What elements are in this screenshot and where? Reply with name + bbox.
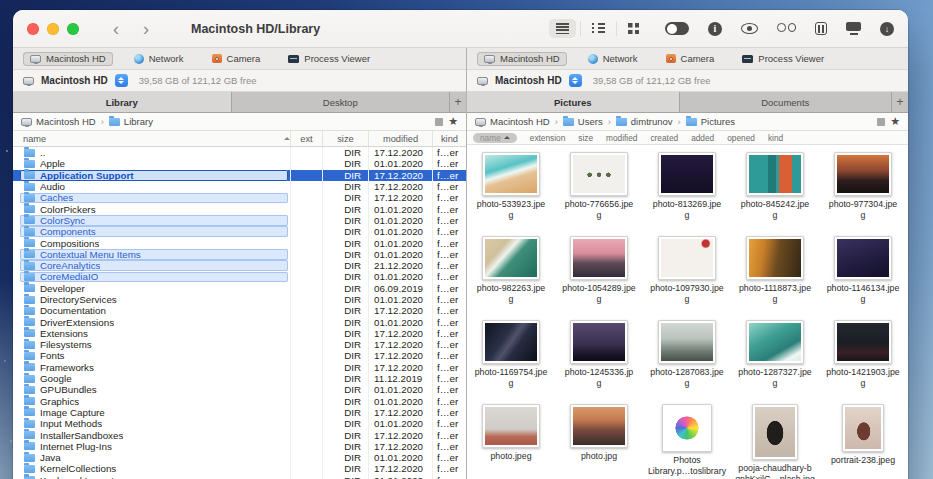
- table-row[interactable]: GoogleDIR11.12.2019f…er: [13, 373, 466, 384]
- quick-look-button[interactable]: [741, 23, 758, 34]
- table-row[interactable]: DirectoryServicesDIR01.01.2020f…er: [13, 294, 466, 305]
- column-header-name[interactable]: name: [13, 131, 290, 146]
- file-item[interactable]: photo.jpg: [555, 399, 643, 479]
- column-header-extension[interactable]: extension: [530, 133, 566, 143]
- breadcrumb-item[interactable]: Library: [109, 116, 153, 127]
- view-full-list-button[interactable]: [549, 19, 576, 38]
- file-item[interactable]: photo-982263.jpe g: [467, 231, 555, 315]
- info-button[interactable]: [708, 22, 722, 36]
- table-row[interactable]: FilesystemsDIR17.12.2020f…er: [13, 339, 466, 350]
- view-square-icon[interactable]: [877, 118, 885, 126]
- file-item[interactable]: photo-1245336.jp g: [555, 315, 643, 399]
- favorite-item-camera[interactable]: Camera: [659, 52, 722, 66]
- table-row[interactable]: Internet Plug-InsDIR17.12.2020f…er: [13, 441, 466, 452]
- table-row[interactable]: Application SupportDIR17.12.2020f…er: [13, 170, 466, 181]
- breadcrumb-item[interactable]: dimtrunov: [616, 116, 673, 127]
- favorite-item-macintosh-hd[interactable]: Macintosh HD: [477, 52, 567, 66]
- back-icon[interactable]: [105, 20, 127, 38]
- downloads-button[interactable]: [880, 22, 894, 36]
- table-row[interactable]: FontsDIR17.12.2020f…er: [13, 350, 466, 361]
- tab-library[interactable]: Library: [13, 92, 232, 112]
- table-row[interactable]: DeveloperDIR06.09.2019f…er: [13, 283, 466, 294]
- star-icon[interactable]: [890, 116, 900, 127]
- table-row[interactable]: Input MethodsDIR01.01.2020f…er: [13, 418, 466, 429]
- new-tab-button[interactable]: +: [892, 92, 908, 112]
- breadcrumb-item[interactable]: Users: [563, 116, 603, 127]
- queue-button[interactable]: [815, 22, 827, 35]
- favorite-item-camera[interactable]: Camera: [205, 52, 268, 66]
- column-header-modified[interactable]: modified: [368, 131, 432, 146]
- table-row[interactable]: GPUBundlesDIR01.01.2020f…er: [13, 384, 466, 395]
- file-item[interactable]: photo-1421903.jpe g: [819, 315, 907, 399]
- zoom-button[interactable]: [67, 23, 79, 35]
- file-item[interactable]: photo-1097930.jpe g: [643, 231, 731, 315]
- table-row[interactable]: CompositionsDIR01.01.2020f…er: [13, 237, 466, 248]
- table-row[interactable]: ComponentsDIR01.01.2020f…er: [13, 226, 466, 237]
- favorite-item-network[interactable]: Network: [127, 52, 191, 66]
- table-row[interactable]: DocumentationDIR17.12.2020f…er: [13, 305, 466, 316]
- search-button[interactable]: [777, 23, 796, 34]
- table-row[interactable]: CachesDIR17.12.2020f…er: [13, 192, 466, 203]
- file-item[interactable]: photo-845242.jpe g: [731, 147, 819, 231]
- file-item[interactable]: Photos Library.p…toslibrary: [643, 399, 731, 479]
- column-header-size[interactable]: size: [322, 131, 368, 146]
- thumbnail-grid[interactable]: photo-533923.jpe gphoto-776656.jpe gphot…: [467, 145, 908, 479]
- breadcrumb-item[interactable]: Macintosh HD: [475, 116, 550, 127]
- drive-select-icon[interactable]: [569, 74, 582, 87]
- table-row[interactable]: AudioDIR17.12.2020f…er: [13, 181, 466, 192]
- file-item[interactable]: photo-1287327.jpe g: [731, 315, 819, 399]
- file-item[interactable]: photo-1054289.jpe g: [555, 231, 643, 315]
- table-row[interactable]: Image CaptureDIR17.12.2020f…er: [13, 407, 466, 418]
- table-row[interactable]: InstallerSandboxesDIR17.12.2020f…er: [13, 429, 466, 440]
- close-button[interactable]: [27, 23, 39, 35]
- column-header-opened[interactable]: opened: [727, 133, 755, 143]
- view-brief-list-button[interactable]: [585, 19, 612, 38]
- column-header-added[interactable]: added: [691, 133, 714, 143]
- file-item[interactable]: portrait-238.jpeg: [819, 399, 907, 479]
- table-row[interactable]: FrameworksDIR17.12.2020f…er: [13, 362, 466, 373]
- new-tab-button[interactable]: +: [450, 92, 466, 112]
- table-row[interactable]: JavaDIR01.01.2020f…er: [13, 452, 466, 463]
- hidden-files-toggle-button[interactable]: [665, 22, 689, 35]
- table-row[interactable]: ExtensionsDIR17.12.2020f…er: [13, 328, 466, 339]
- file-item[interactable]: photo-776656.jpe g: [555, 147, 643, 231]
- tab-desktop[interactable]: Desktop: [232, 92, 451, 112]
- file-item[interactable]: photo-533923.jpe g: [467, 147, 555, 231]
- file-item[interactable]: pooja-chaudhary-b qnbKxilG…plash.jpg: [731, 399, 819, 479]
- file-item[interactable]: photo.jpeg: [467, 399, 555, 479]
- forward-icon[interactable]: [135, 20, 157, 38]
- table-row[interactable]: AppleDIR01.01.2020f…er: [13, 158, 466, 169]
- drive-select-icon[interactable]: [115, 74, 128, 87]
- favorite-item-macintosh-hd[interactable]: Macintosh HD: [23, 52, 113, 66]
- table-row[interactable]: ColorPickersDIR01.01.2020f…er: [13, 203, 466, 214]
- tab-documents[interactable]: Documents: [680, 92, 893, 112]
- column-header-size[interactable]: size: [578, 133, 593, 143]
- column-header-modified[interactable]: modified: [606, 133, 637, 143]
- tab-pictures[interactable]: Pictures: [467, 92, 680, 112]
- table-row[interactable]: Contextual Menu ItemsDIR01.01.2020f…er: [13, 249, 466, 260]
- table-row[interactable]: ColorSyncDIR01.01.2020f…er: [13, 215, 466, 226]
- network-shares-button[interactable]: [846, 22, 861, 35]
- favorite-item-process-viewer[interactable]: Process Viewer: [735, 52, 831, 66]
- column-header-kind[interactable]: kind: [432, 131, 466, 146]
- table-row[interactable]: DriverExtensionsDIR01.01.2020f…er: [13, 316, 466, 327]
- favorite-item-network[interactable]: Network: [581, 52, 645, 66]
- favorite-item-process-viewer[interactable]: Process Viewer: [281, 52, 377, 66]
- view-thumbnails-button[interactable]: [621, 19, 646, 38]
- table-row[interactable]: KernelCollectionsDIR17.12.2020f…er: [13, 463, 466, 474]
- file-item[interactable]: photo-1118873.jpe g: [731, 231, 819, 315]
- file-item[interactable]: photo-813269.jpe g: [643, 147, 731, 231]
- titlebar[interactable]: Macintosh HD/Library: [13, 10, 908, 48]
- file-item[interactable]: photo-977304.jpe g: [819, 147, 907, 231]
- minimize-button[interactable]: [47, 23, 59, 35]
- table-row[interactable]: Keyboard LayoutsDIR01.01.2020f…er: [13, 475, 466, 479]
- view-square-icon[interactable]: [435, 118, 443, 126]
- file-item[interactable]: photo-1169754.jpe g: [467, 315, 555, 399]
- table-row[interactable]: CoreMediaIODIR01.01.2020f…er: [13, 271, 466, 282]
- table-row[interactable]: ..DIR17.12.2020f…er: [13, 147, 466, 158]
- breadcrumb-item[interactable]: Pictures: [686, 116, 735, 127]
- file-item[interactable]: photo-1287083.jpe g: [643, 315, 731, 399]
- table-row[interactable]: GraphicsDIR01.01.2020f…er: [13, 396, 466, 407]
- star-icon[interactable]: [448, 116, 458, 127]
- column-header-created[interactable]: created: [650, 133, 678, 143]
